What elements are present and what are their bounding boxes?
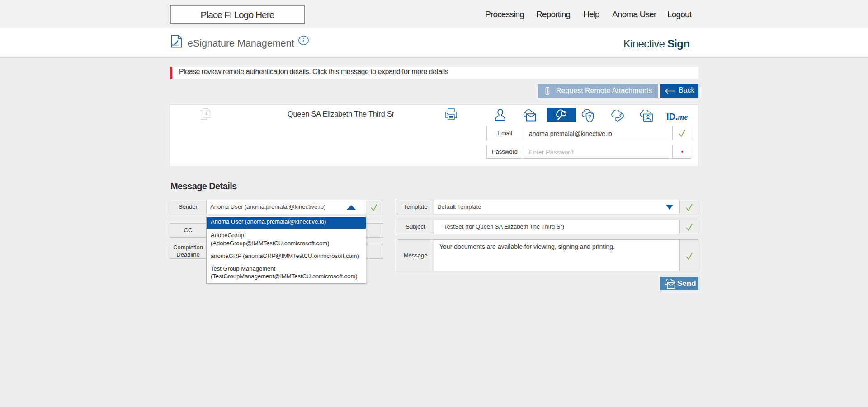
svg-text:x: x — [172, 43, 174, 46]
svg-text:?: ? — [588, 114, 591, 119]
svg-text:1: 1 — [205, 111, 208, 116]
svg-text:i: i — [302, 37, 304, 44]
